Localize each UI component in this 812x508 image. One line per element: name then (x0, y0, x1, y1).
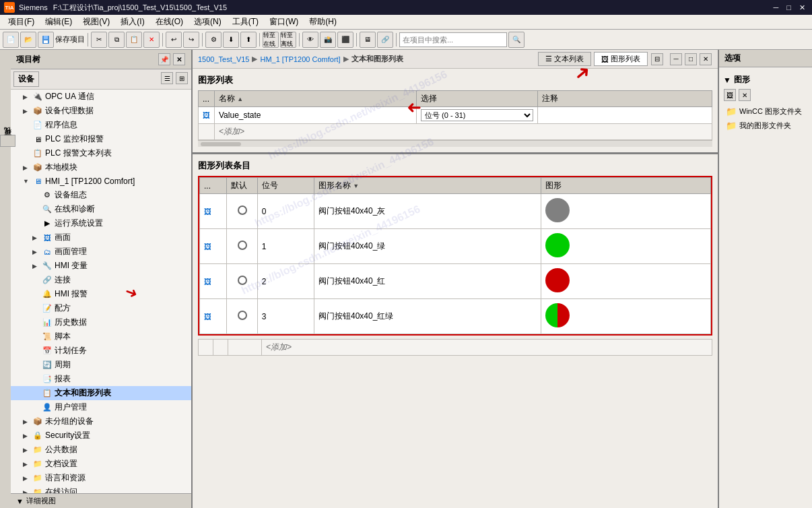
new-btn[interactable]: 📄 (3, 32, 19, 48)
compile-btn[interactable]: ⚙ (205, 32, 222, 48)
sidebar-pin-btn[interactable]: 📌 (158, 53, 170, 65)
row-notes-cell[interactable] (538, 107, 712, 124)
item-gname-0[interactable]: 阀门按钮40x40_灰 (314, 194, 541, 229)
add-row-label[interactable]: <添加> (215, 124, 712, 140)
window-controls[interactable]: ─ □ ✕ (771, 3, 808, 12)
go-offline-btn[interactable]: 转至离线 (280, 32, 296, 48)
sidebar-item-reports[interactable]: 📑 报表 (11, 372, 191, 386)
right-panel-item-wincc[interactable]: 📁 WinCC 图形文件夹 (723, 104, 808, 119)
item-pos-0[interactable]: 0 (257, 194, 314, 229)
sidebar-item-cycles[interactable]: 🔄 周期 (11, 358, 191, 372)
sidebar-item-connections[interactable]: 🔗 连接 (11, 273, 191, 287)
right-panel-item-myfolder[interactable]: 📁 我的图形文件夹 (723, 119, 808, 133)
sidebar-item-opc-ua[interactable]: ▶ 🔌 OPC UA 通信 (11, 90, 191, 104)
gfx-btn2[interactable]: ✕ (739, 89, 751, 101)
add-items-label[interactable]: <添加> (262, 340, 712, 356)
th-name[interactable]: 名称 ▲ (215, 91, 417, 107)
sidebar-item-program-info[interactable]: 📄 程序信息 (11, 118, 191, 132)
hardware-btn[interactable]: 🖥 (360, 32, 376, 48)
sidebar-item-hmi-vars[interactable]: ▶ 🔧 HMI 变量 (11, 259, 191, 273)
dl-btn[interactable]: ⬇ (223, 32, 239, 48)
radio-2[interactable] (238, 276, 247, 285)
monitor-btn[interactable]: 👁 (302, 32, 318, 48)
section-chevron[interactable]: ▼ (723, 75, 731, 85)
content-maximize-btn[interactable]: □ (685, 53, 697, 65)
menu-help[interactable]: 帮助(H) (304, 15, 342, 29)
sidebar-item-security[interactable]: ▶ 🔒 Security设置 (11, 428, 191, 443)
sidebar-item-user-admin[interactable]: 👤 用户管理 (11, 400, 191, 414)
menu-insert[interactable]: 插入(I) (115, 15, 149, 29)
row-select-dropdown[interactable]: 位号 (0 - 31) (421, 109, 533, 121)
item-pos-3[interactable]: 3 (257, 299, 314, 334)
content-options-btn[interactable]: ⊟ (651, 53, 663, 65)
sidebar-item-device-proxy[interactable]: ▶ 📦 设备代理数据 (11, 104, 191, 118)
sidebar-item-plc-monitor[interactable]: 🖥 PLC 监控和报警 (11, 132, 191, 146)
menu-view[interactable]: 视图(V) (77, 15, 115, 29)
scroll-thumb[interactable] (201, 142, 241, 146)
item-gname-3[interactable]: 阀门按钮40x40_红绿 (314, 299, 541, 334)
paste-btn[interactable]: 📋 (126, 32, 142, 48)
redo-btn[interactable]: ↪ (183, 32, 199, 48)
sidebar-item-doc-settings[interactable]: ▶ 📁 文档设置 (11, 457, 191, 471)
sidebar-item-hmi-online-diag[interactable]: 🔍 在线和诊断 (11, 202, 191, 216)
sidebar-item-hmi-alarms[interactable]: 🔔 HMI 报警 (11, 287, 191, 301)
th-gname[interactable]: 图形名称 ▼ (314, 178, 541, 194)
copy-btn[interactable]: ⧉ (108, 32, 125, 48)
sidebar-item-ungroup[interactable]: ▶ 📦 未分组的设备 (11, 414, 191, 428)
snapshot-btn[interactable]: 📸 (320, 32, 336, 48)
menu-online[interactable]: 在线(O) (150, 15, 189, 29)
item-pos-1[interactable]: 1 (257, 229, 314, 264)
go-online-btn[interactable]: 转至在线 (263, 32, 279, 48)
open-btn[interactable]: 📂 (20, 32, 36, 48)
menu-tools[interactable]: 工具(T) (227, 15, 264, 29)
network-btn[interactable]: 🔗 (377, 32, 393, 48)
row-select-cell[interactable]: 位号 (0 - 31) (417, 107, 538, 124)
graphic-list-add-row[interactable]: <添加> (199, 124, 712, 140)
content-minimize-btn[interactable]: ─ (670, 53, 682, 65)
sidebar-item-text-graphics[interactable]: 📋 文本和图形列表 (11, 386, 191, 400)
sidebar-list-view[interactable]: ☰ (161, 72, 173, 84)
radio-1[interactable] (238, 241, 247, 250)
search-input[interactable] (399, 32, 507, 47)
radio-0[interactable] (238, 205, 247, 215)
sidebar-item-screen-mgr[interactable]: ▶ 🗂 画面管理 (11, 245, 191, 259)
sidebar-item-hmi-config[interactable]: ⚙ 设备组态 (11, 188, 191, 202)
save-btn[interactable] (38, 32, 54, 48)
item-default-3[interactable] (227, 299, 257, 334)
gfx-btn1[interactable]: 🖼 (724, 89, 736, 101)
sidebar-detail-view[interactable]: ⊞ (176, 72, 188, 84)
menu-project[interactable]: 项目(F) (3, 15, 40, 29)
item-gname-1[interactable]: 阀门按钮40x40_绿 (314, 229, 541, 264)
sidebar-close-btn[interactable]: ✕ (173, 53, 185, 65)
undo-btn[interactable]: ↩ (166, 32, 182, 48)
sidebar-item-plc-alarm[interactable]: 📋 PLC 报警文本列表 (11, 146, 191, 160)
graphic-items-add-row[interactable]: <添加> (199, 340, 712, 356)
sidebar-item-hmi1[interactable]: ▼ 🖥 HMI_1 [TP1200 Comfort] (11, 174, 191, 188)
item-pos-2[interactable]: 2 (257, 264, 314, 299)
search-btn[interactable]: 🔍 (508, 32, 525, 48)
menu-options[interactable]: 选项(N) (189, 15, 227, 29)
item-default-2[interactable] (227, 264, 257, 299)
sidebar-item-scheduled-tasks[interactable]: 📅 计划任务 (11, 344, 191, 358)
sidebar-item-local-module[interactable]: ▶ 📦 本地模块 (11, 160, 191, 174)
th-position[interactable]: 位号 (257, 178, 314, 194)
item-gname-2[interactable]: 阀门按钮40x40_红 (314, 264, 541, 299)
delete-btn[interactable]: ✕ (143, 32, 160, 48)
text-list-tab-btn[interactable]: ☰ 文本列表 (538, 52, 591, 66)
detail-view-tab[interactable]: ▼ 详细视图 (11, 494, 191, 508)
breadcrumb-1[interactable]: 1500_Test_V15 (198, 55, 249, 63)
sidebar-item-recipes[interactable]: 📝 配方 (11, 301, 191, 315)
sidebar-item-historical[interactable]: 📊 历史数据 (11, 315, 191, 329)
sidebar-item-scripts[interactable]: 📜 脚本 (11, 329, 191, 344)
sidebar-item-hmi-runtime[interactable]: ▶ 运行系统设置 (11, 216, 191, 230)
menu-edit[interactable]: 编辑(E) (40, 15, 77, 29)
dl2-btn[interactable]: ⬆ (240, 32, 257, 48)
visible-tab[interactable]: 可视化 (0, 135, 15, 147)
stop-btn[interactable]: ⬛ (337, 32, 353, 48)
row-name-cell[interactable]: Value_state (215, 107, 417, 124)
breadcrumb-2[interactable]: HM_1 [TP1200 Comfort] (260, 55, 340, 63)
item-default-1[interactable] (227, 229, 257, 264)
sidebar-item-online-access[interactable]: ▶ 📁 在线访问 (11, 485, 191, 493)
item-default-0[interactable] (227, 194, 257, 229)
sidebar-item-public-data[interactable]: ▶ 📁 公共数据 (11, 443, 191, 457)
